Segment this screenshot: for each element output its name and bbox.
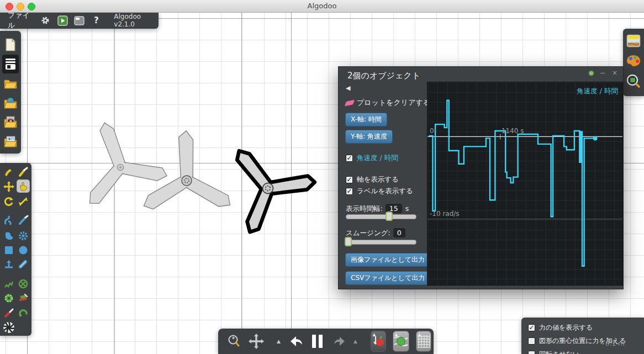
undo-icon[interactable] [287, 334, 304, 348]
rotate-tool[interactable] [2, 195, 15, 208]
smoothing-slider[interactable] [346, 240, 416, 245]
sketch-tool[interactable] [2, 166, 15, 179]
dialog-pin-icon[interactable] [589, 71, 593, 75]
redo-icon[interactable] [331, 335, 347, 348]
expand-redo-icon[interactable]: ▲ [353, 339, 357, 344]
version-label: Algodoo v2.1.0 [114, 13, 159, 28]
polygon-tool[interactable] [2, 229, 15, 242]
no-rotation-checkbox[interactable]: 回転させない [528, 350, 579, 354]
help-icon[interactable]: ? [91, 14, 102, 27]
macos-titlebar: Algodoo [0, 0, 644, 13]
cut-tool[interactable] [17, 214, 30, 227]
knife-tool[interactable] [17, 166, 30, 179]
expand-zoom-icon[interactable]: ▲ [277, 339, 281, 344]
rope-tool[interactable] [17, 307, 30, 320]
file-dock [0, 31, 21, 154]
air-friction-icon[interactable]: ▲ [393, 331, 409, 352]
drag-tool[interactable] [17, 179, 30, 193]
save-scene-icon[interactable] [2, 55, 19, 73]
dialog-minimize-icon[interactable]: − [600, 70, 605, 76]
menu-bar: ファイル ? Algodoo v2.1.0 [0, 12, 159, 29]
slider-handle[interactable] [345, 237, 352, 246]
export-csv-button[interactable]: CSVファイルとして出力 [345, 271, 430, 285]
dialog-title: 2個のオブジェクト [347, 71, 420, 81]
tool-palette [0, 163, 31, 336]
spring-tool[interactable] [2, 277, 15, 290]
checkbox-icon[interactable] [346, 188, 353, 195]
scale-tool[interactable] [17, 195, 30, 208]
checkbox-icon[interactable] [528, 351, 535, 354]
brush-tool[interactable] [2, 214, 15, 227]
play-icon[interactable] [57, 14, 68, 27]
checkbox-icon[interactable] [528, 324, 535, 331]
pan-icon[interactable] [248, 333, 265, 350]
pause-icon[interactable] [310, 333, 325, 350]
axle-tool[interactable] [2, 292, 15, 305]
chain-tool[interactable] [17, 257, 30, 271]
y-grid-label: -10 rad/s [430, 210, 460, 218]
export-image-button[interactable]: 画像ファイルとして出力 [345, 253, 430, 267]
window-icon[interactable] [74, 14, 85, 27]
laser-tool[interactable] [2, 307, 15, 320]
slider-handle[interactable] [386, 212, 393, 221]
eraser-icon [345, 99, 355, 106]
palette-icon[interactable] [626, 54, 641, 70]
thruster-tool[interactable] [17, 292, 30, 305]
checkbox-icon[interactable] [346, 155, 353, 162]
components-folder-icon[interactable] [2, 113, 19, 131]
rotor-shape-1[interactable] [68, 110, 168, 206]
open-folder-icon[interactable] [2, 74, 19, 93]
plot-legend: 角速度 / 時間 [577, 87, 618, 96]
fixate-tool[interactable] [17, 277, 30, 290]
gear-icon[interactable] [40, 14, 51, 27]
time-tick-label: 1140 s [502, 127, 524, 135]
grid-icon[interactable]: ▲ [416, 331, 431, 352]
new-scene-icon[interactable] [2, 35, 19, 54]
lessons-folder-icon[interactable] [2, 93, 19, 112]
time-span-slider[interactable] [346, 214, 416, 219]
plane-tool[interactable] [2, 257, 15, 271]
gravity-icon[interactable]: ▲ [371, 331, 386, 352]
show-force-values-checkbox[interactable]: 力の値を表示する [528, 323, 593, 332]
window-title: Algodoo [0, 2, 644, 10]
show-labels-checkbox[interactable]: ラベルを表示する [346, 187, 413, 196]
plot-area: 0 1140 s -10 rad/s 角速度 / 時間 [427, 82, 623, 286]
zoom-selection-icon[interactable] [626, 74, 641, 91]
gear-tool[interactable] [17, 229, 30, 242]
checkbox-icon[interactable] [346, 176, 353, 183]
zoom-icon[interactable] [227, 334, 241, 348]
angular-velocity-plot [427, 82, 622, 285]
bottom-toolbar: ▲ ▲ ▲ ▲ ▲ [218, 329, 434, 354]
force-context-panel: 力の値を表示する 図形の重心位置に力を加える 回転させない [521, 318, 644, 354]
file-menu[interactable]: ファイル [8, 10, 34, 30]
y-axis-button[interactable]: Y-軸: 角速度 [345, 130, 393, 144]
grid-scale-label: 0.1 m [605, 340, 625, 347]
tracer-tool[interactable] [2, 321, 15, 334]
dialog-close-icon[interactable]: × [612, 70, 617, 76]
move-tool[interactable] [2, 180, 15, 193]
smoothing-value: 0 [393, 228, 405, 237]
box-tool[interactable] [2, 244, 15, 257]
plot-dialog: 2個のオブジェクト − × ◀ プロットをクリアする X-軸: 時間 Y-軸: … [338, 66, 624, 289]
time-span-row: 表示時間幅:15s [346, 204, 409, 214]
background-icon[interactable] [626, 34, 641, 50]
right-dock [623, 29, 644, 96]
smoothing-row: スムージング:0 [346, 228, 405, 238]
rotor-shape-3-selected[interactable] [208, 125, 319, 234]
x-axis-button[interactable]: X-軸: 時間 [345, 113, 387, 126]
checkbox-icon[interactable] [528, 337, 535, 345]
axis-zero-label: 0 [430, 127, 434, 135]
scenes-folder-icon[interactable] [2, 132, 19, 151]
clear-plot-button[interactable]: プロットをクリアする [346, 98, 430, 108]
circle-tool[interactable] [17, 244, 30, 257]
show-axes-checkbox[interactable]: 軸を表示する [346, 175, 399, 184]
series-checkbox[interactable]: 角速度 / 時間 [346, 154, 398, 163]
collapse-panel-icon[interactable]: ◀ [346, 84, 350, 92]
